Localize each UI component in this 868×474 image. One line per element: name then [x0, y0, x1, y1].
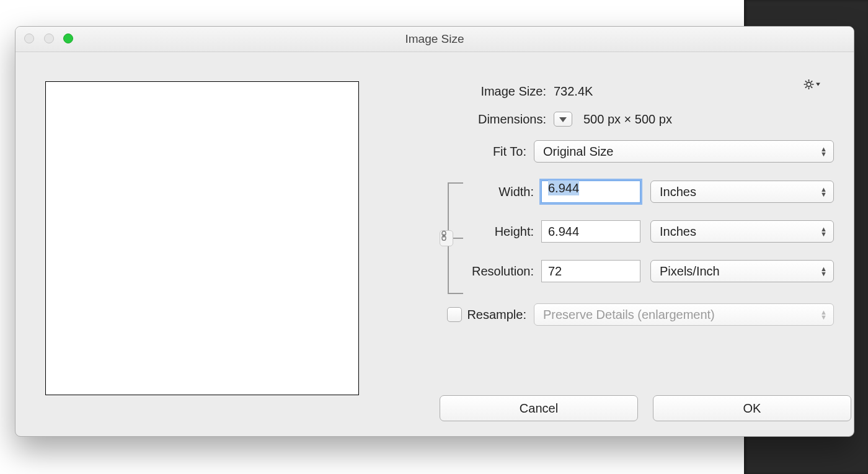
dialog-buttons: Cancel OK: [440, 395, 851, 421]
svg-line-6: [811, 86, 812, 87]
chevron-down-icon: [559, 116, 567, 122]
updown-arrows-icon: ▲▼: [820, 310, 827, 320]
svg-marker-9: [816, 83, 820, 86]
svg-point-0: [807, 83, 811, 87]
svg-line-7: [805, 86, 807, 87]
resolution-unit-value: Pixels/Inch: [660, 264, 720, 279]
resolution-label: Resolution:: [400, 264, 541, 279]
width-unit-value: Inches: [660, 185, 696, 199]
height-unit-value: Inches: [660, 225, 696, 239]
resample-method-select: Preserve Details (enlargement) ▲▼: [534, 303, 834, 326]
width-input[interactable]: 6.944: [541, 181, 640, 203]
gear-icon: [803, 78, 815, 91]
fit-to-value: Original Size: [543, 145, 613, 159]
height-label: Height:: [400, 225, 541, 239]
width-unit-select[interactable]: Inches ▲▼: [650, 181, 834, 203]
resample-value: Preserve Details (enlargement): [543, 308, 715, 322]
ok-button-label: OK: [743, 401, 761, 416]
image-size-dialog: Image Size: [15, 26, 854, 437]
chevron-down-icon: [816, 80, 820, 89]
svg-marker-10: [559, 117, 567, 122]
fit-to-select[interactable]: Original Size ▲▼: [534, 140, 834, 163]
dialog-content: Image Size: 732.4K Dimensions: 500 px × …: [16, 51, 854, 436]
svg-line-5: [805, 81, 807, 82]
titlebar: Image Size: [16, 27, 854, 52]
svg-line-8: [811, 81, 812, 82]
updown-arrows-icon: ▲▼: [820, 187, 827, 197]
resolution-value: 72: [548, 264, 562, 279]
window-title: Image Size: [405, 32, 464, 45]
resample-label: Resample:: [467, 308, 526, 322]
resample-checkbox[interactable]: [447, 307, 462, 322]
zoom-window-button[interactable]: [63, 34, 73, 43]
updown-arrows-icon: ▲▼: [820, 266, 827, 276]
ok-button[interactable]: OK: [653, 395, 851, 421]
height-value: 6.944: [548, 225, 579, 239]
resample-label-group: Resample:: [400, 307, 534, 322]
constrain-proportions-toggle[interactable]: [440, 230, 453, 246]
updown-arrows-icon: ▲▼: [820, 226, 827, 236]
image-size-label: Image Size:: [400, 84, 554, 99]
dimensions-disclosure-button[interactable]: [554, 112, 572, 127]
updown-arrows-icon: ▲▼: [820, 146, 827, 156]
minimize-window-button[interactable]: [44, 34, 54, 43]
link-icon: [440, 231, 448, 241]
resolution-unit-select[interactable]: Pixels/Inch ▲▼: [650, 260, 834, 282]
dimensions-value: 500 px × 500 px: [583, 112, 672, 127]
window-controls: [24, 34, 79, 48]
dimensions-label: Dimensions:: [400, 112, 554, 127]
height-unit-select[interactable]: Inches ▲▼: [650, 220, 834, 243]
cancel-button-label: Cancel: [520, 401, 558, 416]
constrain-proportions-bracket: [442, 179, 457, 296]
close-window-button[interactable]: [24, 34, 34, 43]
fit-to-label: Fit To:: [400, 145, 534, 159]
cancel-button[interactable]: Cancel: [440, 395, 638, 421]
width-label: Width:: [400, 185, 541, 199]
height-input[interactable]: 6.944: [541, 220, 640, 243]
image-preview[interactable]: [45, 81, 359, 395]
resolution-input[interactable]: 72: [541, 260, 640, 282]
image-size-value: 732.4K: [554, 84, 593, 99]
width-value: 6.944: [548, 181, 579, 195]
options-menu-button[interactable]: [803, 78, 820, 91]
